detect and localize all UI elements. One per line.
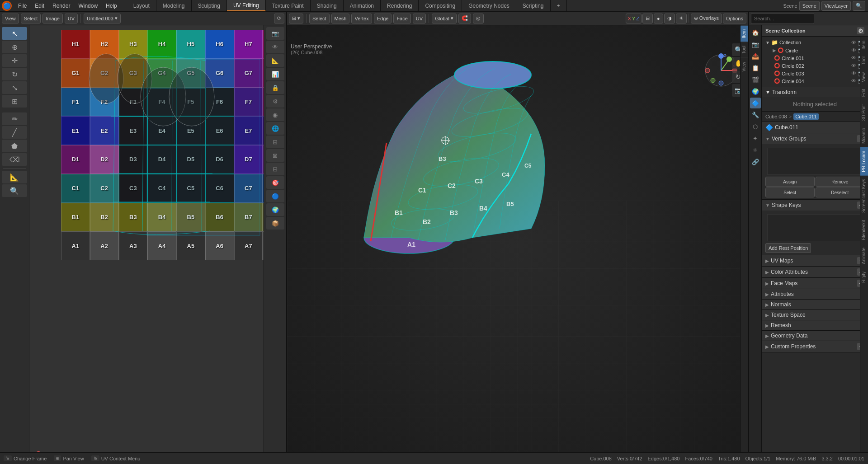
snapping-btn[interactable]: 🧲 (458, 14, 471, 23)
renderprop-tab[interactable]: 📷 (750, 39, 761, 50)
tab-compositing[interactable]: Compositing (419, 0, 462, 11)
properties-search[interactable] (751, 13, 814, 24)
tab-shading[interactable]: Shading (311, 0, 344, 11)
zoom-btn[interactable]: 🔍 (2, 184, 27, 197)
proportional-edit-btn[interactable]: ◎ (473, 14, 484, 23)
uv-tool-5[interactable]: 🔒 (266, 81, 284, 94)
vp-tab-view[interactable]: View (741, 58, 748, 75)
tab-geometry-nodes[interactable]: Geometry Nodes (462, 0, 516, 11)
menu-file[interactable]: File (14, 2, 30, 10)
circle-eye[interactable]: 👁 (851, 47, 856, 53)
object-data-tab[interactable]: 🔷 (750, 98, 761, 108)
add-rest-position-btn[interactable]: Add Rest Position (765, 243, 811, 253)
uv-maps-header[interactable]: ▶ UV Maps + (762, 255, 868, 266)
uv-view-btn[interactable]: View (2, 14, 19, 23)
uv-tool-15[interactable]: 📦 (266, 217, 284, 230)
texture-space-header[interactable]: ▶ Texture Space (762, 310, 868, 320)
tab-sculpting[interactable]: Sculpting (192, 0, 227, 11)
vp-mesh-btn[interactable]: Mesh (331, 14, 350, 23)
side-rigify-tab[interactable]: Rigify (860, 268, 868, 286)
circle003-eye[interactable]: 👁 (851, 70, 856, 76)
transform-orientation-btn[interactable]: Global ▾ (432, 14, 457, 23)
side-tool-tab[interactable]: Tool (860, 53, 868, 68)
blender-logo[interactable]: 🔵 (2, 1, 12, 11)
uv-tool-1[interactable]: 📷 (266, 27, 284, 40)
scene-props-tab[interactable]: 🏠 (750, 27, 761, 38)
menu-edit[interactable]: Edit (31, 2, 48, 10)
uv-tool-11[interactable]: ⊟ (266, 163, 284, 175)
eye-icon[interactable]: 👁 (851, 40, 856, 46)
uv-tool-6[interactable]: ⚙ (266, 95, 284, 108)
sync-btn[interactable]: ⟳ (274, 14, 284, 23)
circle004-eye[interactable]: 👁 (851, 78, 856, 84)
uv-tool-14[interactable]: 🌍 (266, 203, 284, 216)
circle001-item[interactable]: ⭕ Circle.001 👁 📷 (764, 54, 866, 62)
tab-rendering[interactable]: Rendering (381, 0, 419, 11)
uv-tool-13[interactable]: 🔵 (266, 190, 284, 202)
circle004-item[interactable]: ⭕ Circle.004 👁 📷 (764, 77, 866, 85)
xyz-toggle[interactable]: X Y Z (626, 14, 642, 23)
normals-header[interactable]: ▶ Normals (762, 300, 868, 309)
vp-edge-btn[interactable]: Edge (374, 14, 392, 23)
tab-scripting[interactable]: Scripting (516, 0, 551, 11)
uv-tool-4[interactable]: 📊 (266, 68, 284, 80)
remove-btn[interactable]: Remove (816, 177, 865, 187)
search-scene-btn[interactable]: 🔍 (853, 1, 865, 11)
side-screencast-tab[interactable]: Screencast Keys (860, 175, 868, 216)
vertex-groups-list[interactable] (767, 148, 863, 175)
shape-keys-list[interactable] (767, 214, 863, 241)
modifier-tab[interactable]: 🔧 (750, 109, 761, 120)
side-animate-tab[interactable]: Animate (860, 244, 868, 268)
uv-canvas[interactable]: H1H2H3H4H5H6H7H8G1G2G3G4G5G6G7G8F1F2F3F4… (29, 25, 264, 464)
assign-btn[interactable]: Assign (765, 177, 815, 187)
vp-select-btn[interactable]: Select (309, 14, 330, 23)
vp-uv-btn[interactable]: UV (413, 14, 426, 23)
side-3dprint-tab[interactable]: 3D Print (860, 101, 868, 124)
tab-add[interactable]: + (551, 0, 567, 11)
overlay-btn[interactable]: ⊕ Overlays (691, 14, 722, 23)
viewport-shading-rendered-btn[interactable]: ☀ (676, 14, 687, 23)
breadcrumb-obj[interactable]: Cube.008 (765, 114, 787, 119)
viewport-shading-wire-btn[interactable]: ⊟ (642, 14, 653, 23)
circle002-item[interactable]: ⭕ Circle.002 👁 📷 (764, 62, 866, 70)
viewport-canvas[interactable]: A1 B1 B2 B3 B4 B5 C1 C2 C3 C4 C5 B3 User… (287, 25, 748, 464)
filter-collection-btn[interactable]: ⚙ (857, 27, 864, 34)
tab-modeling[interactable]: Modeling (156, 0, 192, 11)
move-tool-btn[interactable]: ✛ (2, 54, 27, 67)
face-maps-header[interactable]: ▶ Face Maps + (762, 278, 868, 289)
uv-uv-btn[interactable]: UV (65, 14, 78, 23)
world-tab[interactable]: 🌍 (750, 86, 761, 97)
scale-tool-btn[interactable]: ⤡ (2, 81, 27, 94)
geometry-data-header[interactable]: ▶ Geometry Data (762, 331, 868, 341)
uv-select-btn[interactable]: Select (21, 14, 41, 23)
uv-tool-12[interactable]: 🎯 (266, 176, 284, 189)
tab-uv-editing[interactable]: UV Editing (227, 0, 266, 11)
side-edit-tab[interactable]: Edit (860, 85, 868, 100)
image-selector[interactable]: Untitled.003 ▾ (84, 14, 121, 23)
uv-tool-9[interactable]: ⊞ (266, 136, 284, 148)
vp-tab-item[interactable]: Item (741, 25, 748, 42)
view-layer-selector[interactable]: ViewLayer (821, 1, 851, 11)
uv-tool-10[interactable]: ⊠ (266, 149, 284, 162)
color-attributes-header[interactable]: ▶ Color Attributes + (762, 267, 868, 277)
circle001-eye[interactable]: 👁 (851, 55, 856, 61)
viewport-shading-solid-btn[interactable]: ● (654, 14, 663, 23)
circle002-eye[interactable]: 👁 (851, 63, 856, 69)
side-mixamo-tab[interactable]: Mixamo (860, 124, 868, 147)
tab-animation[interactable]: Animation (344, 0, 381, 11)
mode-select-btn[interactable]: ⊞ ▾ (289, 14, 303, 23)
menu-window[interactable]: Window (75, 2, 101, 10)
circle003-item[interactable]: ⭕ Circle.003 👁 📷 (764, 70, 866, 77)
constraints-tab[interactable]: 🔗 (750, 156, 761, 167)
select-vg-btn[interactable]: Select (765, 187, 815, 197)
uv-tool-7[interactable]: ◉ (266, 108, 284, 121)
breadcrumb-mesh[interactable]: Cube.011 (793, 113, 819, 120)
uv-tool-8[interactable]: 🌐 (266, 122, 284, 135)
particles-tab[interactable]: ✦ (750, 133, 761, 144)
shape-keys-header[interactable]: ▼ Shape Keys + (762, 200, 868, 211)
shading-tab[interactable]: ⬡ (750, 121, 761, 132)
scene-tab[interactable]: 🎬 (750, 74, 761, 85)
transform-tool-btn[interactable]: ⊞ (2, 95, 27, 108)
view-layer-tab[interactable]: 📋 (750, 62, 761, 73)
deselect-vg-btn[interactable]: Deselect (816, 187, 865, 197)
